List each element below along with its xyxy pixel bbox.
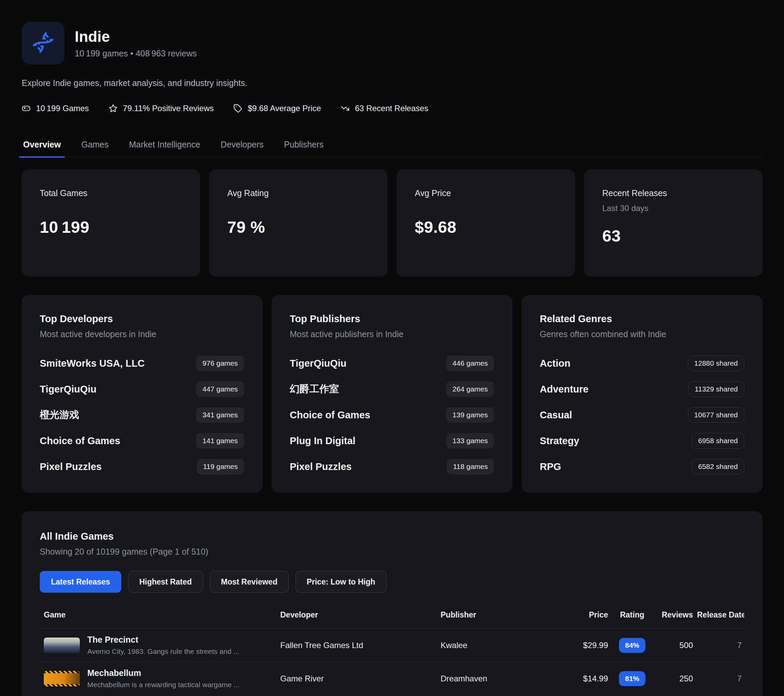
list-item-name: Choice of Games — [40, 435, 120, 447]
gamepad-icon — [22, 104, 31, 113]
list-item-name: Strategy — [540, 435, 579, 447]
tab-overview[interactable]: Overview — [22, 140, 62, 157]
developer-cell: Game River — [276, 662, 436, 695]
games-table-clip: GameDeveloperPublisherPriceRatingReviews… — [40, 610, 744, 695]
list-item[interactable]: Pixel Puzzles118 games — [290, 459, 494, 474]
panel-subtitle: Most active publishers in Indie — [290, 329, 494, 339]
tab-market-intelligence[interactable]: Market Intelligence — [128, 140, 202, 157]
game-info: The PrecinctAverno City, 1983. Gangs rul… — [87, 635, 239, 656]
list-item[interactable]: Casual10677 shared — [540, 407, 744, 423]
count-badge: 133 games — [446, 433, 494, 449]
list-item-name: 幻爵工作室 — [290, 382, 339, 396]
stat-card-value: 63 — [602, 227, 744, 246]
list-item-name: TigerQiuQiu — [40, 384, 97, 395]
sort-button-latest-releases[interactable]: Latest Releases — [40, 571, 121, 593]
stat-card-subtitle: Last 30 days — [602, 204, 744, 213]
header: Indie 10 199 games • 408 963 reviews — [22, 22, 762, 64]
list-item-name: 橙光游戏 — [40, 408, 79, 422]
list-item[interactable]: Choice of Games139 games — [290, 407, 494, 423]
sort-filter-row: Latest ReleasesHighest RatedMost Reviewe… — [40, 571, 744, 593]
list-item[interactable]: Action12880 shared — [540, 355, 744, 371]
table-row[interactable]: The PrecinctAverno City, 1983. Gangs rul… — [40, 629, 744, 662]
count-badge: 446 games — [446, 355, 494, 371]
column-header-developer: Developer — [276, 610, 436, 629]
list-item-name: Adventure — [540, 384, 588, 395]
list-item[interactable]: TigerQiuQiu446 games — [290, 355, 494, 371]
list-item[interactable]: Pixel Puzzles119 games — [40, 459, 244, 474]
list-item[interactable]: 橙光游戏341 games — [40, 407, 244, 423]
panel-title: Related Genres — [540, 313, 744, 325]
stat-card-label: Avg Rating — [227, 188, 369, 198]
list-item[interactable]: Adventure11329 shared — [540, 381, 744, 397]
list-item-name: RPG — [540, 461, 561, 472]
count-badge: 118 games — [447, 459, 494, 474]
game-title[interactable]: The Precinct — [87, 635, 239, 645]
stat-card-value: 79 % — [227, 218, 369, 236]
quick-stat: 79.11% Positive Reviews — [109, 104, 214, 113]
list-item[interactable]: SmiteWorks USA, LLC976 games — [40, 355, 244, 371]
list-item-name: TigerQiuQiu — [290, 358, 346, 369]
publisher-cell: Kwalee — [436, 629, 571, 662]
tab-publishers[interactable]: Publishers — [283, 140, 325, 157]
list-item[interactable]: 幻爵工作室264 games — [290, 381, 494, 397]
star-icon — [109, 104, 117, 113]
dna-icon — [32, 31, 54, 55]
panel-title: Top Developers — [40, 313, 244, 325]
list-item[interactable]: TigerQiuQiu447 games — [40, 381, 244, 397]
stat-card-value: $9.68 — [415, 218, 557, 236]
rating-badge: 84% — [619, 638, 646, 653]
list-item[interactable]: RPG6582 shared — [540, 459, 744, 474]
count-badge: 119 games — [197, 459, 244, 474]
stat-card-label: Recent Releases — [602, 188, 744, 198]
count-badge: 6958 shared — [692, 433, 744, 449]
stat-card: Recent ReleasesLast 30 days63 — [584, 170, 762, 276]
column-header-game: Game — [40, 610, 276, 629]
tab-games[interactable]: Games — [80, 140, 110, 157]
game-title[interactable]: Mechabellum — [87, 668, 239, 678]
column-header-publisher: Publisher — [436, 610, 571, 629]
list-item-name: Plug In Digital — [290, 435, 355, 447]
quick-stat: 10 199 Games — [22, 104, 89, 113]
tab-bar: OverviewGamesMarket IntelligenceDevelope… — [22, 140, 762, 157]
page-description: Explore Indie games, market analysis, an… — [22, 78, 762, 88]
list-item[interactable]: Choice of Games141 games — [40, 433, 244, 449]
insight-panels: Top DevelopersMost active developers in … — [22, 295, 762, 492]
sort-button-most-reviewed[interactable]: Most Reviewed — [210, 571, 289, 593]
list-item-name: Choice of Games — [290, 409, 370, 421]
list-item-name: Action — [540, 358, 570, 369]
panel-list: Action12880 sharedAdventure11329 sharedC… — [540, 355, 744, 474]
tag-icon — [233, 104, 242, 113]
stat-card-label: Total Games — [40, 188, 182, 198]
sort-button-price-low-to-high[interactable]: Price: Low to High — [295, 571, 387, 593]
list-item[interactable]: Plug In Digital133 games — [290, 433, 494, 449]
table-row[interactable]: MechabellumMechabellum is a rewarding ta… — [40, 662, 744, 695]
tab-developers[interactable]: Developers — [219, 140, 265, 157]
game-cell: MechabellumMechabellum is a rewarding ta… — [40, 662, 276, 695]
panel-title: Top Publishers — [290, 313, 494, 325]
count-badge: 264 games — [446, 381, 494, 397]
list-item-name: Pixel Puzzles — [40, 461, 102, 472]
quick-stat-label: 79.11% Positive Reviews — [123, 104, 214, 113]
list-item-name: Casual — [540, 409, 572, 421]
games-table: GameDeveloperPublisherPriceRatingReviews… — [40, 610, 744, 695]
stat-card-value: 10 199 — [40, 218, 182, 236]
sort-button-highest-rated[interactable]: Highest Rated — [128, 571, 203, 593]
reviews-cell: 250 — [652, 662, 693, 695]
list-item-name: Pixel Puzzles — [290, 461, 352, 472]
reviews-cell: 500 — [652, 629, 693, 662]
price-cell: $14.99 — [571, 662, 608, 695]
count-badge: 447 games — [196, 381, 244, 397]
quick-stats-row: 10 199 Games79.11% Positive Reviews$9.68… — [22, 104, 762, 113]
game-cell: The PrecinctAverno City, 1983. Gangs rul… — [40, 629, 276, 662]
count-badge: 11329 shared — [688, 381, 744, 397]
quick-stat-label: $9.68 Average Price — [248, 104, 321, 113]
stat-card: Avg Rating79 % — [209, 170, 387, 276]
developer-cell: Fallen Tree Games Ltd — [276, 629, 436, 662]
stat-card: Avg Price$9.68 — [397, 170, 575, 276]
title-block: Indie 10 199 games • 408 963 reviews — [75, 28, 197, 58]
list-item[interactable]: Strategy6958 shared — [540, 433, 744, 449]
page: Indie 10 199 games • 408 963 reviews Exp… — [0, 0, 784, 696]
rating-badge: 81% — [619, 671, 646, 686]
game-info: MechabellumMechabellum is a rewarding ta… — [87, 668, 239, 689]
column-header-price: Price — [571, 610, 608, 629]
